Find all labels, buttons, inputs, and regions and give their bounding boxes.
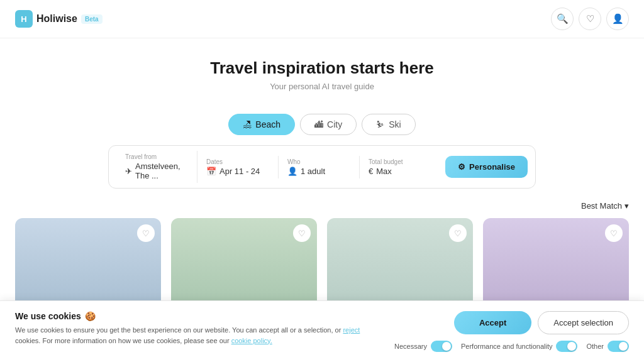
performance-label: Performance and functionality: [461, 343, 553, 350]
favorite-button-maldives[interactable]: ♡: [449, 224, 467, 242]
tab-beach-label: Beach: [255, 119, 280, 129]
other-toggle-group: Other: [586, 341, 629, 352]
person-icon: 👤: [287, 167, 297, 176]
cookie-desc-text2: cookies. For more information on how we …: [15, 337, 230, 344]
beach-icon: 🏖: [243, 119, 252, 129]
accept-selection-button[interactable]: Accept selection: [538, 311, 629, 334]
budget-field[interactable]: Total budget € Max: [360, 156, 440, 178]
profile-button[interactable]: 👤: [606, 8, 629, 30]
logo: H Holiwise Beta: [15, 10, 103, 28]
search-icon: 🔍: [557, 13, 569, 25]
tab-ski[interactable]: ⛷ Ski: [362, 114, 415, 135]
calendar-icon: 📅: [206, 167, 216, 176]
favorite-button-cartagena[interactable]: ♡: [605, 224, 623, 242]
personalise-button[interactable]: ⚙ Personalise: [445, 156, 528, 178]
who-value: 👤 1 adult: [287, 167, 350, 176]
tab-city-label: City: [327, 119, 342, 129]
hero-section: Travel inspiration starts here Your pers…: [0, 38, 644, 104]
dates-field[interactable]: Dates 📅 Apr 11 - 24: [197, 156, 279, 178]
hero-title: Travel inspiration starts here: [0, 58, 644, 78]
cookie-actions: Accept Accept selection Necessary Perfor…: [394, 311, 629, 352]
logo-name: Holiwise: [36, 13, 77, 25]
tab-beach[interactable]: 🏖 Beach: [228, 114, 295, 135]
performance-toggle-group: Performance and functionality: [461, 341, 578, 352]
hero-subtitle: Your personal AI travel guide: [0, 82, 644, 91]
header: H Holiwise Beta 🔍 ♡ 👤: [0, 0, 644, 38]
cookie-desc-text1: We use cookies to ensure you get the bes…: [15, 326, 341, 334]
travel-from-value: ✈ Amstelveen, The ...: [125, 162, 188, 180]
budget-label: Total budget: [369, 158, 431, 165]
sort-button[interactable]: Best Match ▾: [581, 201, 629, 211]
performance-toggle-knob: [567, 342, 576, 351]
cookie-toggles: Necessary Performance and functionality …: [394, 341, 629, 352]
cookie-text: We use cookies 🍪 We use cookies to ensur…: [15, 311, 379, 346]
cookie-policy-link[interactable]: cookie policy.: [231, 337, 272, 344]
other-toggle[interactable]: [608, 341, 629, 352]
travel-from-label: Travel from: [125, 153, 188, 160]
sort-label: Best Match: [581, 201, 622, 211]
filter-icon: ⚙: [458, 162, 465, 172]
other-toggle-knob: [619, 342, 628, 351]
search-bar: Travel from ✈ Amstelveen, The ... Dates …: [108, 145, 536, 189]
cookie-title: We use cookies 🍪: [15, 311, 379, 321]
necessary-toggle[interactable]: [431, 341, 452, 352]
ski-icon: ⛷: [376, 119, 385, 129]
cookie-icon: 🍪: [85, 311, 96, 321]
favorites-button[interactable]: ♡: [579, 8, 601, 30]
who-label: Who: [287, 158, 350, 165]
cookie-buttons: Accept Accept selection: [454, 311, 629, 334]
logo-icon: H: [15, 10, 33, 28]
tab-ski-label: Ski: [389, 119, 401, 129]
cookie-banner: We use cookies 🍪 We use cookies to ensur…: [0, 300, 644, 362]
sort-bar: Best Match ▾: [0, 201, 644, 218]
accept-button[interactable]: Accept: [454, 311, 531, 334]
other-label: Other: [586, 343, 604, 350]
personalise-label: Personalise: [469, 162, 515, 172]
dates-value: 📅 Apr 11 - 24: [206, 167, 269, 176]
city-icon: 🏙: [314, 119, 323, 129]
euro-icon: €: [369, 167, 373, 176]
header-actions: 🔍 ♡ 👤: [551, 8, 629, 30]
necessary-toggle-knob: [442, 342, 451, 351]
reject-link[interactable]: reject: [343, 326, 360, 334]
tab-city[interactable]: 🏙 City: [300, 114, 357, 135]
favorite-button-cancun[interactable]: ♡: [293, 224, 311, 242]
search-button[interactable]: 🔍: [551, 8, 574, 30]
user-icon: 👤: [612, 13, 624, 25]
heart-icon: ♡: [586, 13, 594, 25]
plane-icon: ✈: [125, 167, 132, 176]
favorite-button-rio[interactable]: ♡: [137, 224, 155, 242]
logo-badge: Beta: [81, 14, 103, 24]
budget-value: € Max: [369, 167, 431, 176]
travel-from-field[interactable]: Travel from ✈ Amstelveen, The ...: [116, 151, 197, 183]
performance-toggle[interactable]: [556, 341, 577, 352]
chevron-down-icon: ▾: [625, 201, 629, 211]
necessary-label: Necessary: [394, 343, 427, 350]
cookie-description: We use cookies to ensure you get the bes…: [15, 325, 379, 346]
who-field[interactable]: Who 👤 1 adult: [279, 156, 360, 178]
category-tabs: 🏖 Beach 🏙 City ⛷ Ski: [0, 114, 644, 135]
dates-label: Dates: [206, 158, 269, 165]
necessary-toggle-group: Necessary: [394, 341, 452, 352]
cookie-title-text: We use cookies: [15, 311, 81, 321]
